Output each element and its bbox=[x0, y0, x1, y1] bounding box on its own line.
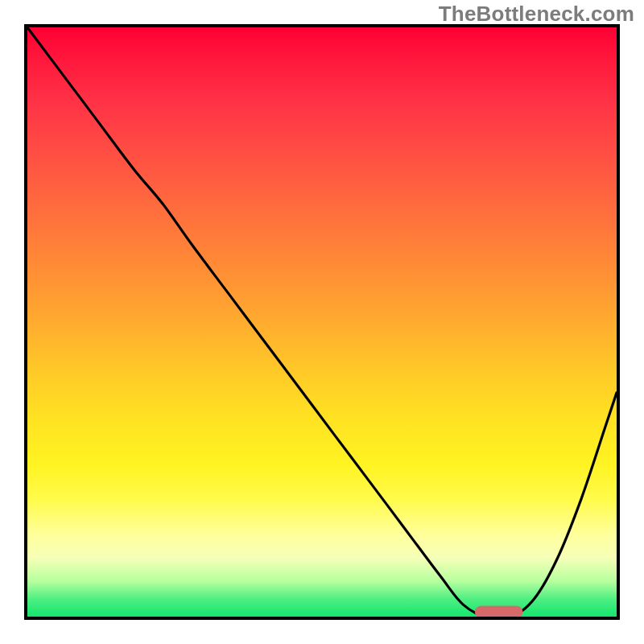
chart-svg bbox=[27, 27, 617, 617]
chart-container: TheBottleneck.com bbox=[0, 0, 644, 644]
bottleneck-curve bbox=[27, 27, 617, 619]
watermark-text: TheBottleneck.com bbox=[439, 2, 634, 27]
plot-area bbox=[24, 24, 620, 620]
optimum-marker bbox=[475, 606, 522, 617]
